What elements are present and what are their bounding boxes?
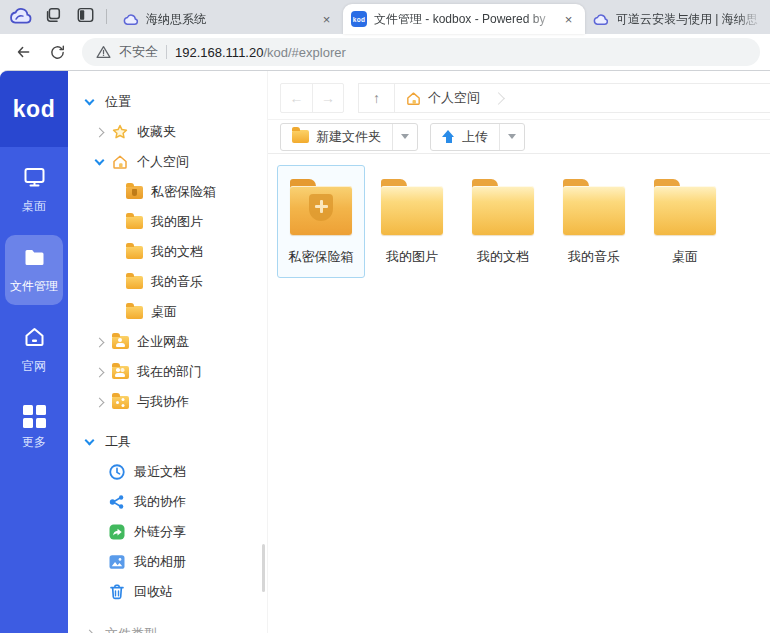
back-button[interactable] bbox=[8, 37, 38, 67]
url-host: 192.168.111.20 bbox=[175, 45, 263, 60]
chevron-right-icon[interactable] bbox=[95, 337, 105, 347]
rail-item-website[interactable]: 官网 bbox=[5, 315, 63, 385]
tree-item-recycle-bin[interactable]: 回收站 bbox=[68, 577, 267, 607]
browser-navbar: 不安全 192.168.111.20/kod/#explorer bbox=[0, 34, 770, 70]
tree-item-desktop[interactable]: 桌面 bbox=[68, 297, 267, 327]
clock-icon bbox=[108, 463, 126, 481]
folder-icon bbox=[125, 213, 143, 231]
folder-icon bbox=[22, 245, 47, 272]
tab-close-icon[interactable]: × bbox=[318, 11, 335, 28]
tree-label: 我的音乐 bbox=[151, 273, 203, 291]
upload-label: 上传 bbox=[462, 128, 488, 146]
file-item-safe-box[interactable]: 私密保险箱 bbox=[277, 165, 365, 278]
tree-scrollbar[interactable] bbox=[262, 544, 265, 592]
breadcrumb-bar: ↑ 个人空间 bbox=[358, 83, 770, 113]
folder-share-icon bbox=[111, 393, 129, 411]
tree-section-tools[interactable]: 工具 bbox=[68, 427, 267, 457]
url-divider bbox=[166, 45, 167, 59]
tree-item-my-collaboration[interactable]: 我的协作 bbox=[68, 487, 267, 517]
folder-icon bbox=[654, 179, 716, 235]
tree-item-my-documents[interactable]: 我的文档 bbox=[68, 237, 267, 267]
chevron-right-icon[interactable] bbox=[95, 367, 105, 377]
browser-tab-kodcloud-docs[interactable]: 可道云安装与使用 | 海纳思 bbox=[585, 4, 770, 34]
tree-item-enterprise-disk[interactable]: 企业网盘 bbox=[68, 327, 267, 357]
folder-safe-icon bbox=[290, 179, 352, 235]
tree-label: 个人空间 bbox=[137, 153, 189, 171]
breadcrumb-root[interactable]: 个人空间 bbox=[395, 89, 484, 107]
tree-item-external-share[interactable]: 外链分享 bbox=[68, 517, 267, 547]
security-warning-label: 不安全 bbox=[119, 43, 158, 61]
rail-item-desktop[interactable]: 桌面 bbox=[5, 155, 63, 225]
tree-item-my-music[interactable]: 我的音乐 bbox=[68, 267, 267, 297]
upload-dropdown-button[interactable] bbox=[499, 124, 524, 150]
tree-item-favorites[interactable]: 收藏夹 bbox=[68, 117, 267, 147]
rail-item-label: 文件管理 bbox=[10, 278, 58, 295]
warning-triangle-icon bbox=[96, 45, 111, 59]
chevron-right-icon[interactable] bbox=[85, 629, 95, 633]
grid-icon bbox=[23, 405, 46, 428]
up-directory-button[interactable]: ↑ bbox=[359, 84, 395, 112]
tabstrip-separator bbox=[106, 9, 107, 24]
file-item-my-documents[interactable]: 我的文档 bbox=[459, 165, 547, 278]
toolbar-row: 新建文件夹 上传 bbox=[268, 119, 770, 154]
chevron-right-icon[interactable] bbox=[95, 397, 105, 407]
cloud-logo-icon bbox=[9, 6, 33, 29]
cloud-favicon-icon bbox=[593, 13, 609, 26]
url-text: 192.168.111.20/kod/#explorer bbox=[175, 45, 346, 60]
chevron-down-icon bbox=[401, 134, 409, 139]
kod-favicon-icon: kod bbox=[351, 11, 367, 27]
tree-item-safe-box[interactable]: 私密保险箱 bbox=[68, 177, 267, 207]
chevron-right-icon[interactable] bbox=[95, 127, 105, 137]
tree-item-my-pictures[interactable]: 我的图片 bbox=[68, 207, 267, 237]
split-window-button[interactable] bbox=[70, 3, 100, 31]
file-item-my-pictures[interactable]: 我的图片 bbox=[368, 165, 456, 278]
tree-label: 与我协作 bbox=[137, 393, 189, 411]
history-forward-button[interactable]: → bbox=[312, 84, 343, 112]
rail-item-file-manager[interactable]: 文件管理 bbox=[5, 235, 63, 305]
history-back-button[interactable]: ← bbox=[281, 84, 312, 112]
kod-logo[interactable]: kod bbox=[0, 71, 68, 147]
chevron-down-icon[interactable] bbox=[85, 95, 95, 105]
new-folder-dropdown-button[interactable] bbox=[392, 124, 417, 150]
new-folder-button[interactable]: 新建文件夹 bbox=[281, 124, 392, 150]
browser-tab-hainasi[interactable]: 海纳思系统 × bbox=[115, 4, 343, 34]
home-icon bbox=[405, 90, 422, 107]
folder-icon bbox=[472, 179, 534, 235]
refresh-button[interactable] bbox=[42, 37, 72, 67]
desktop-icon bbox=[22, 165, 47, 192]
breadcrumb-label: 个人空间 bbox=[428, 89, 480, 107]
tree-item-recent-docs[interactable]: 最近文档 bbox=[68, 457, 267, 487]
rail-item-more[interactable]: 更多 bbox=[5, 395, 63, 461]
chevron-down-icon[interactable] bbox=[95, 155, 105, 165]
browser-tab-kodbox[interactable]: kod 文件管理 - kodbox - Powered by × bbox=[343, 4, 585, 34]
tree-item-shared-with-me[interactable]: 与我协作 bbox=[68, 387, 267, 417]
tree-item-my-departments[interactable]: 我在的部门 bbox=[68, 357, 267, 387]
rail-item-label: 桌面 bbox=[22, 198, 46, 215]
file-item-desktop[interactable]: 桌面 bbox=[641, 165, 729, 278]
browser-logo-button[interactable] bbox=[6, 3, 36, 31]
file-item-my-music[interactable]: 我的音乐 bbox=[550, 165, 638, 278]
upload-button[interactable]: 上传 bbox=[431, 124, 499, 150]
tree-label: 我的文档 bbox=[151, 243, 203, 261]
tree-item-my-albums[interactable]: 我的相册 bbox=[68, 547, 267, 577]
tree-section-file-types[interactable]: 文件类型 bbox=[68, 619, 267, 633]
upload-button-group: 上传 bbox=[430, 123, 525, 151]
history-buttons: ← → bbox=[280, 83, 344, 113]
external-link-icon bbox=[108, 523, 126, 541]
file-grid: 私密保险箱 我的图片 我的文档 我的音乐 桌面 bbox=[268, 154, 770, 278]
address-bar[interactable]: 不安全 192.168.111.20/kod/#explorer bbox=[82, 38, 760, 66]
folder-icon bbox=[125, 303, 143, 321]
back-arrow-icon bbox=[14, 43, 32, 61]
tab-stack-icon bbox=[44, 6, 62, 28]
kodbox-app: kod 桌面 文件管理 官网 更多 bbox=[0, 70, 770, 633]
chevron-down-icon[interactable] bbox=[85, 435, 95, 445]
breadcrumb-row: ← → ↑ 个人空间 bbox=[280, 83, 770, 113]
url-path: /kod/#explorer bbox=[263, 45, 345, 60]
tree-label: 工具 bbox=[105, 433, 131, 451]
tree-item-personal-space[interactable]: 个人空间 bbox=[68, 147, 267, 177]
tree-section-location[interactable]: 位置 bbox=[68, 87, 267, 117]
tab-stack-button[interactable] bbox=[38, 3, 68, 31]
tab-close-icon[interactable]: × bbox=[560, 11, 577, 28]
tree-label: 收藏夹 bbox=[137, 123, 176, 141]
file-label: 我的音乐 bbox=[568, 248, 620, 266]
